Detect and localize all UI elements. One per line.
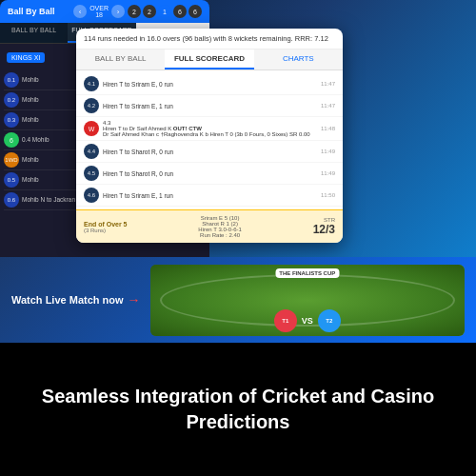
sc-row-5: 4.5 Hiren T to Sharot R, 0 run 11:49 [76,163,343,185]
bbb-nav: ‹ OVER 18 › 2 2 1 6 6 [73,5,202,18]
bbb-title: Ball By Ball [8,7,55,16]
tab-ball-by-ball[interactable]: BALL BY BALL [0,23,68,43]
sc-header: 114 runs needed in 16.0 overs (96 balls)… [76,29,343,50]
sc-eo-title: End of Over 5 [84,221,128,228]
sc-row-text-3: 4.3 Hiren T to Dr Saif Ahmed K OUT! CTW … [103,120,317,137]
ball-4: 6 [173,5,187,18]
sc-row-time-3: 11:48 [321,126,335,131]
sc-row-text-5: Hiren T to Sharot R, 0 run [103,170,317,177]
ball-num-3: 0.3 [4,112,19,128]
bottom-section: Seamless Integration of Cricket and Casi… [0,343,476,476]
sc-eo-right: STR 12/3 [313,217,335,236]
sc-ball-5: 4.5 [84,166,99,181]
live-match-banner: Watch Live Match now → THE FINALISTS CUP… [0,257,476,343]
live-match-label-group: Watch Live Match now → [11,292,141,307]
match-badge: THE FINALISTS CUP [275,268,339,278]
sc-row-time-1: 11:47 [321,81,335,87]
sc-row-2: 4.2 Hiren T to Sriram E, 1 run 11:47 [76,95,343,117]
vs-text: VS [302,316,313,326]
bottom-title: Seamless Integration of Cricket and Casi… [19,384,457,435]
match-image-area: THE FINALISTS CUP T1 VS T2 [150,265,465,336]
sc-row-time-2: 11:47 [321,103,335,109]
sc-ball-2: 4.2 [84,98,99,113]
live-arrow-icon: → [128,292,141,307]
team-label: KINGS XI [7,52,45,63]
ball-num-1: 0.1 [4,72,19,88]
sc-ball-3-wicket: W [84,121,99,136]
sc-row-text-2: Hiren T to Sriram E, 1 run [103,103,317,109]
sc-row-text-6: Hiren T to Sriram E, 1 run [103,192,317,199]
ball-num-4: 6 [4,132,19,148]
team1-logo: T1 [274,309,297,332]
sc-end-over: End of Over 5 (3 Runs) Sriram E 5 (10) S… [76,209,343,243]
sc-tab-charts[interactable]: CHARTS [254,50,343,69]
sc-tab-fullscore[interactable]: FULL SCORECARD [165,50,253,69]
sc-ball-4: 4.4 [84,144,99,159]
team-logos: T1 VS T2 [274,309,341,332]
scorecard-overlay: 114 runs needed in 16.0 overs (96 balls)… [76,29,343,243]
ball-num-2: 0.2 [4,92,19,108]
sc-tabs: BALL BY BALL FULL SCORECARD CHARTS [76,50,343,70]
prev-btn[interactable]: ‹ [73,5,87,18]
sc-eo-score: 12/3 [313,223,335,236]
over-number: 18 [89,11,109,18]
sc-row-6: 4.6 Hiren T to Sriram E, 1 run 11:50 [76,185,343,207]
ball-num-wd: 1WD [4,152,19,168]
team2-logo: T2 [318,309,341,332]
sc-ball-6: 4.6 [84,188,99,203]
sc-row-time-5: 11:49 [321,170,335,176]
sc-row-time-4: 11:49 [321,149,335,154]
ball-1: 2 [128,5,141,18]
sc-row-time-6: 11:50 [321,192,335,198]
live-match-text: Watch Live Match now [11,294,124,306]
ball-3: 1 [158,5,171,18]
sc-eo-runs: (3 Runs) [84,228,128,233]
next-btn[interactable]: › [111,5,125,18]
main-container: Ball By Ball ‹ OVER 18 › 2 2 1 6 6 [0,0,476,476]
ball-num-6: 0.6 [4,192,19,208]
sc-eo-mid: Sriram E 5 (10) Sharot R 1 (2) Hiren T 3… [198,215,241,238]
sc-row-1: 4.1 Hiren T to Sriram E, 0 run 11:47 [76,73,343,95]
sc-content: 4.1 Hiren T to Sriram E, 0 run 11:47 4.2… [76,70,343,209]
sc-ball-1: 4.1 [84,76,99,91]
over-balls: 2 2 1 6 6 [128,5,202,18]
rrr-text: 114 runs needed in 16.0 overs (96 balls)… [84,34,335,43]
over-label: OVER [89,5,109,11]
sc-eo-left: End of Over 5 (3 Runs) [84,221,128,233]
sc-row-3: W 4.3 Hiren T to Dr Saif Ahmed K OUT! CT… [76,117,343,141]
ball-num-5: 0.5 [4,172,19,188]
top-section: Ball By Ball ‹ OVER 18 › 2 2 1 6 6 [0,0,476,343]
bbb-header: Ball By Ball ‹ OVER 18 › 2 2 1 6 6 [0,0,209,23]
sc-row-text-1: Hiren T to Sriram E, 0 run [103,81,317,88]
sc-row-4: 4.4 Hiren T to Sharot R, 0 run 11:49 [76,141,343,163]
sc-row-text-4: Hiren T to Sharot R, 0 run [103,149,317,155]
ball-2: 2 [143,5,156,18]
sc-eo-runrate: Run Rate : 2.40 [198,232,241,238]
sc-tab-bbb[interactable]: BALL BY BALL [76,50,165,69]
ball-5: 6 [188,5,202,18]
